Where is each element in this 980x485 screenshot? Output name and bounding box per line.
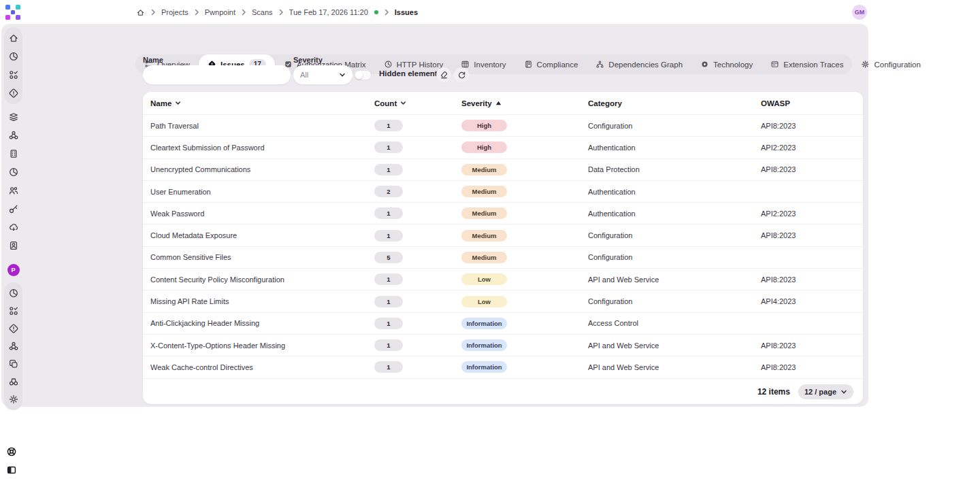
chevron-down-icon — [399, 99, 407, 107]
column-header-category[interactable]: Category — [588, 99, 761, 107]
issue-category: Configuration — [588, 122, 761, 130]
breadcrumb: Projects Pwnpoint Scans Tue Feb 17, 2026… — [136, 0, 418, 24]
project-avatar[interactable]: P — [7, 264, 20, 276]
tab-label: Compliance — [537, 61, 578, 69]
help-lifebuoy-icon[interactable] — [6, 446, 17, 457]
tab-label: Dependencies Graph — [608, 61, 683, 69]
home-icon[interactable] — [8, 33, 19, 44]
clear-filters-button[interactable] — [436, 67, 451, 82]
sort-ascending-icon — [495, 99, 502, 107]
issue-owasp: API2:2023 — [761, 210, 853, 218]
issues-diamond-icon[interactable] — [8, 88, 19, 99]
sidebar: P — [4, 27, 22, 410]
count-badge: 1 — [374, 318, 403, 329]
issue-owasp: API8:2023 — [761, 275, 853, 284]
severity-badge: High — [461, 141, 507, 153]
cloud-sync-icon[interactable] — [8, 222, 19, 233]
severity-filter-select[interactable]: All — [293, 65, 353, 84]
tab-compliance[interactable]: Compliance — [515, 54, 587, 74]
user-avatar[interactable]: GM — [852, 5, 867, 20]
table-row[interactable]: X-Content-Type-Options Header Missing 1 … — [143, 334, 863, 356]
project-pie-icon[interactable] — [8, 288, 19, 299]
chevron-down-icon — [840, 388, 847, 395]
table-row[interactable]: User Enumeration 2 Medium Authentication — [143, 180, 863, 202]
components-icon[interactable] — [8, 69, 19, 80]
refresh-button[interactable] — [454, 67, 469, 82]
severity-badge: Medium — [461, 252, 507, 263]
count-badge: 1 — [374, 273, 403, 285]
project-issues-icon[interactable] — [8, 323, 19, 334]
table-header-row: Name Count Severity Category OWASP — [143, 92, 863, 114]
tab-dependencies-graph[interactable]: Dependencies Graph — [587, 54, 691, 74]
table-footer: 12 items 12 / page — [143, 378, 863, 404]
breadcrumb-project-name[interactable]: Pwnpoint — [205, 8, 235, 16]
column-header-severity[interactable]: Severity — [461, 99, 588, 107]
name-filter-input[interactable] — [143, 65, 291, 84]
table-row[interactable]: Content Security Policy Misconfiguration… — [143, 268, 863, 290]
table-row[interactable]: Cloud Metadata Exposure 1 Medium Configu… — [143, 224, 863, 246]
cluster-icon[interactable] — [8, 130, 19, 141]
building-icon[interactable] — [8, 148, 19, 159]
scan-status-dot — [374, 10, 378, 14]
table-row[interactable]: Path Traversal 1 High Configuration API8… — [143, 114, 863, 136]
severity-badge: Medium — [461, 186, 507, 197]
issue-name: Weak Cache-control Directives — [150, 363, 374, 371]
copy-tags-icon[interactable] — [8, 358, 19, 369]
notebook-icon — [524, 60, 533, 69]
breadcrumb-scans[interactable]: Scans — [252, 8, 273, 16]
issue-name: Content Security Policy Misconfiguration — [150, 275, 374, 284]
count-badge: 5 — [374, 252, 403, 263]
layers-icon[interactable] — [8, 112, 19, 122]
tab-configuration[interactable]: Configuration — [852, 54, 929, 74]
settings-gear-icon[interactable] — [8, 394, 19, 405]
window-icon — [770, 60, 779, 69]
issue-name: Cleartext Submission of Password — [150, 144, 374, 152]
tab-technology[interactable]: Technology — [691, 54, 762, 74]
project-cluster-icon[interactable] — [8, 341, 19, 352]
breadcrumb-projects[interactable]: Projects — [161, 8, 189, 16]
sidebar-group-scan — [8, 112, 19, 251]
hidden-elements-toggle[interactable] — [354, 70, 372, 80]
issue-name: Anti-Clickjacking Header Missing — [150, 319, 374, 327]
sidebar-toggle-icon[interactable] — [6, 465, 17, 475]
severity-badge: Medium — [461, 207, 507, 219]
breadcrumb-issues: Issues — [395, 8, 418, 16]
issue-name: Unencrypted Communications — [150, 165, 374, 173]
binoculars-icon[interactable] — [8, 376, 19, 387]
issue-name: X-Content-Type-Options Header Missing — [150, 341, 374, 350]
table-row[interactable]: Weak Password 1 Medium Authentication AP… — [143, 202, 863, 224]
key-icon[interactable] — [8, 203, 19, 214]
bottom-utility-icons — [6, 446, 17, 475]
identity-badge-icon[interactable] — [8, 240, 19, 251]
column-header-name[interactable]: Name — [150, 99, 374, 107]
issue-category: Configuration — [588, 297, 761, 305]
table-row[interactable]: Missing API Rate Limits 1 Low Configurat… — [143, 290, 863, 312]
team-icon[interactable] — [8, 185, 19, 196]
column-header-owasp[interactable]: OWASP — [761, 99, 853, 107]
tab-label: Technology — [713, 61, 753, 69]
table-row[interactable]: Common Sensitive Files 5 Medium Configur… — [143, 246, 863, 268]
page-size-select[interactable]: 12 / page — [798, 384, 853, 399]
tab-extension-traces[interactable]: Extension Traces — [762, 54, 852, 74]
severity-badge: Medium — [461, 164, 507, 175]
stats-pie-icon[interactable] — [8, 167, 19, 178]
issue-owasp: API4:2023 — [761, 297, 853, 305]
issue-category: Data Protection — [588, 165, 761, 173]
table-row[interactable]: Cleartext Submission of Password 1 High … — [143, 136, 863, 158]
project-components-icon[interactable] — [8, 305, 19, 316]
chevron-right-icon — [150, 9, 157, 16]
issue-category: Configuration — [588, 231, 761, 239]
table-row[interactable]: Unencrypted Communications 1 Medium Data… — [143, 158, 863, 180]
home-icon[interactable] — [136, 8, 145, 17]
table-row[interactable]: Weak Cache-control Directives 1 Informat… — [143, 356, 863, 378]
app-logo[interactable] — [5, 5, 20, 20]
issue-category: Configuration — [588, 253, 761, 261]
issue-name: Common Sensitive Files — [150, 253, 374, 261]
pie-chart-icon[interactable] — [8, 51, 19, 62]
table-row[interactable]: Anti-Clickjacking Header Missing 1 Infor… — [143, 312, 863, 334]
severity-badge: Information — [461, 361, 507, 373]
table-body: Path Traversal 1 High Configuration API8… — [143, 114, 863, 378]
breadcrumb-scan-timestamp[interactable]: Tue Feb 17, 2026 11:20 — [289, 8, 368, 16]
tab-label: HTTP History — [397, 61, 444, 69]
column-header-count[interactable]: Count — [374, 99, 461, 107]
